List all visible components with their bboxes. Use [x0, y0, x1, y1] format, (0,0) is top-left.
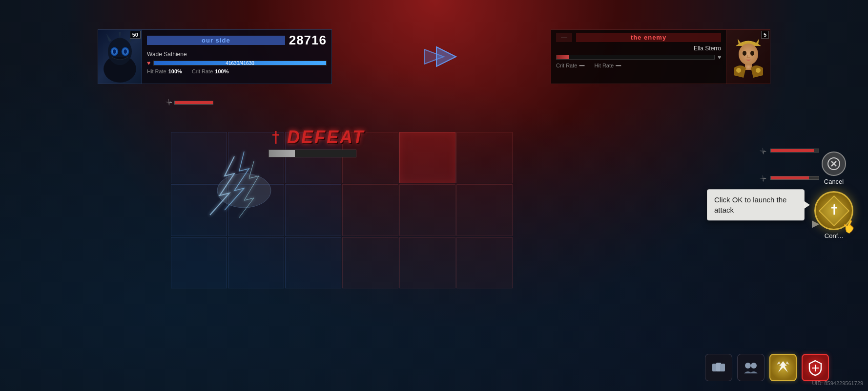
enemy-crit-rate: Crit Rate — — [556, 63, 584, 68]
enemy-hit-label: Hit Rate — [594, 63, 614, 68]
enemy-header: — the enemy — [556, 33, 721, 42]
enemy-panel: — the enemy Ella Sterro ♥ Crit Rate — Hi… — [551, 29, 770, 84]
confirm-button[interactable]: 👆 Conf... — [814, 191, 853, 239]
confirm-sword-icon — [828, 204, 840, 216]
shield-icon — [806, 359, 824, 376]
action-btn-3[interactable] — [769, 354, 797, 381]
mini-hp-bar-2: ⚔ — [760, 174, 819, 182]
enemy-level: 5 — [761, 31, 769, 39]
svg-point-11 — [739, 43, 758, 65]
mini-bar-bg-1 — [770, 149, 819, 152]
mini-sword-icon-2: ⚔ — [758, 173, 769, 184]
our-side-info: our side 28716 Wade Sathiene ♥ 41630/416… — [142, 30, 331, 84]
grid-cell — [399, 132, 455, 183]
tooltip-arrow — [804, 201, 810, 209]
action-btn-2[interactable] — [737, 354, 765, 381]
uid-label: UID: — [812, 380, 823, 386]
right-hp-bars: ⚔ ⚔ — [760, 147, 819, 182]
enemy-label: the enemy — [576, 33, 721, 42]
enemy-hp-row: ♥ — [556, 54, 721, 61]
defeat-hp-bar — [269, 150, 356, 157]
action-panel: Cancel 👆 Conf... — [814, 152, 853, 239]
our-portrait: 50 — [98, 30, 142, 84]
cancel-label: Cancel — [824, 178, 844, 185]
grid-cell — [456, 132, 513, 183]
svg-point-12 — [743, 51, 746, 56]
our-hit-rate: Hit Rate 100% — [147, 68, 182, 74]
defeat-banner: DEFEAT — [269, 127, 365, 157]
svg-marker-22 — [833, 204, 835, 205]
our-hp-bar: 41630/41630 — [153, 61, 327, 65]
enemy-character-name: Ella Sterro — [556, 45, 721, 52]
heart-icon-enemy: ♥ — [718, 54, 721, 61]
enemy-portrait-art — [729, 34, 768, 80]
action-btn-1[interactable] — [705, 354, 732, 381]
grid-cell — [342, 184, 398, 236]
enemy-hp-fill — [557, 55, 569, 59]
our-hp-row: ♥ 41630/41630 — [147, 60, 327, 66]
our-side-score: 28716 — [289, 33, 327, 48]
svg-point-16 — [756, 68, 761, 73]
troop-icon — [710, 359, 727, 376]
confirm-inner-icon — [828, 204, 840, 218]
dragon-icon — [774, 359, 792, 376]
svg-point-13 — [750, 51, 754, 56]
our-side-header: our side 28716 — [147, 33, 327, 48]
battlefield: DEFEAT — [98, 108, 537, 303]
grid-cell — [399, 237, 455, 288]
enemy-portrait: 5 — [726, 30, 770, 84]
svg-point-2 — [217, 174, 271, 208]
uid-display: UID: 8594229561729 — [812, 380, 863, 386]
heart-icon: ♥ — [147, 60, 150, 66]
enemy-hit-rate: Hit Rate — — [594, 63, 621, 68]
unit-sword-icon: ⚔ — [164, 97, 174, 108]
crit-rate-value: 100% — [215, 68, 228, 74]
cancel-button[interactable]: Cancel — [822, 152, 846, 185]
mini-sword-icon-1: ⚔ — [758, 145, 769, 156]
enemy-stats: Crit Rate — Hit Rate — — [556, 63, 721, 68]
lightning-effect — [186, 147, 308, 220]
our-level: 50 — [130, 31, 141, 39]
enemy-hit-value: — — [616, 63, 621, 68]
unit-small-bar — [174, 101, 213, 105]
our-character-name: Wade Sathiene — [147, 51, 327, 58]
defeat-hp-fill — [269, 150, 295, 157]
group-icon — [742, 359, 760, 376]
tooltip-text: Click OK to launch the attack — [714, 195, 797, 215]
grid-cell — [399, 184, 455, 236]
tooltip-box: Click OK to launch the attack — [707, 189, 805, 220]
enemy-crit-label: Crit Rate — [556, 63, 577, 68]
hit-rate-value: 100% — [168, 68, 182, 74]
grid-cell — [285, 237, 341, 288]
grid-cell — [456, 237, 513, 288]
svg-point-26 — [745, 363, 751, 369]
svg-rect-14 — [745, 64, 752, 70]
crit-rate-label: Crit Rate — [192, 68, 213, 74]
confirm-label: Conf... — [825, 232, 843, 239]
defeat-sword-icon — [269, 130, 283, 145]
mini-bar-fill-1 — [771, 149, 814, 152]
attack-arrows-svg — [419, 42, 463, 71]
svg-point-8 — [124, 49, 127, 54]
cancel-icon — [822, 152, 846, 176]
enemy-info: — the enemy Ella Sterro ♥ Crit Rate — Hi… — [551, 30, 726, 84]
bottom-action-bar — [705, 354, 829, 381]
enemy-dash: — — [556, 33, 572, 42]
hud-top: 50 — [0, 29, 868, 84]
our-side-label: our side — [147, 36, 285, 45]
mini-hp-bar-1: ⚔ — [760, 147, 819, 154]
svg-point-15 — [736, 68, 741, 73]
our-crit-rate: Crit Rate 100% — [192, 68, 229, 74]
grid-cell — [228, 237, 284, 288]
confirm-icon: 👆 — [814, 191, 853, 230]
svg-point-7 — [113, 49, 116, 54]
action-btn-4[interactable] — [802, 354, 829, 381]
grid-cell — [171, 237, 227, 288]
unit-small-fill — [175, 101, 213, 104]
unit-hp-area: ⚔ — [166, 98, 213, 107]
defeat-text: DEFEAT — [269, 127, 365, 148]
grid-cell — [342, 237, 398, 288]
mini-bar-fill-2 — [771, 176, 809, 179]
uid-value: 8594229561729 — [824, 380, 863, 386]
our-stats: Hit Rate 100% Crit Rate 100% — [147, 68, 327, 74]
